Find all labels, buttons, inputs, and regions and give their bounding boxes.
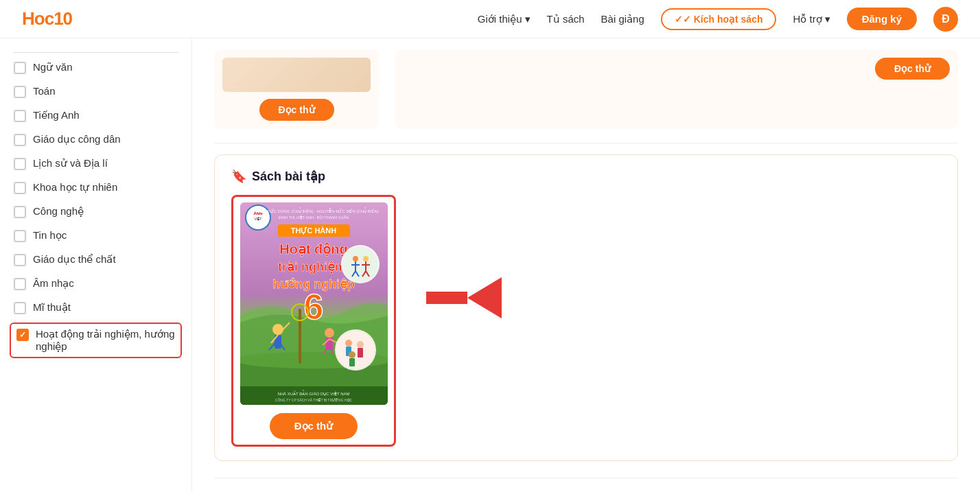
svg-text:ĐINH THỊ VIỆT ANH - BÙI THANH : ĐINH THỊ VIỆT ANH - BÙI THANH XUÂN [278,215,348,220]
checkbox-cong-nghe[interactable] [14,206,26,218]
checkbox-am-nhac[interactable] [14,278,26,290]
checkbox-giao-duc-the-chat[interactable] [14,254,26,266]
nav-gioi-thieu[interactable]: Giới thiệu ▾ [478,13,530,25]
section-title: 🔖 Sách bài tập [231,169,941,184]
logo-hoc: Hoc [22,8,54,29]
sidebar-item-tin-hoc[interactable]: Tin học [14,224,178,248]
bookmark-icon: 🔖 [231,169,246,184]
arrow-shaft [426,292,467,304]
section-divider [214,143,958,143]
book-cover-svg: ÁNH VIỆT NGUYỄN ĐỨC DŨNG (CHỦ BIÊN) - NG… [240,202,388,405]
svg-point-16 [353,256,358,261]
content-area: Đọc thử Đọc thử 🔖 Sách bài tập [192,38,980,492]
books-row: ÁNH VIỆT NGUYỄN ĐỨC DŨNG (CHỦ BIÊN) - NG… [231,195,941,447]
top-partial-card-right: Đọc thử [395,49,958,129]
chevron-down-icon: ▾ [525,13,530,25]
sidebar-item-toan[interactable]: Toán [14,80,178,104]
svg-text:VIỆT: VIỆT [254,217,261,221]
sidebar-item-am-nhac[interactable]: Âm nhạc [14,272,178,296]
logo-10: 10 [54,8,72,29]
sidebar: Ngữ văn Toán Tiếng Anh Giáo dục công dân… [0,38,192,492]
svg-text:trải nghiệm,: trải nghiệm, [278,260,349,274]
svg-point-28 [272,324,283,335]
svg-point-15 [342,246,378,282]
checkbox-lich-su-dia-li[interactable] [14,158,26,170]
dang-ky-button[interactable]: Đăng ký [847,8,917,30]
header: Hoc10 Giới thiệu ▾ Tủ sách Bài giảng ✓ ✓… [0,0,980,38]
sidebar-item-giao-duc-cong-dan[interactable]: Giáo dục công dân [14,128,178,152]
arrow-head [467,277,502,318]
sidebar-item-khoa-hoc-tu-nhien[interactable]: Khoa học tự nhiên [14,176,178,200]
sidebar-item-lich-su-dia-li[interactable]: Lịch sử và Địa lí [14,152,178,176]
svg-text:Hoạt động: Hoạt động [279,242,348,257]
nav-ho-tro[interactable]: Hỗ trợ ▾ [793,13,830,25]
sidebar-item-cong-nghe[interactable]: Công nghệ [14,200,178,224]
svg-rect-45 [358,348,363,358]
nav-bai-giang[interactable]: Bài giảng [601,13,644,25]
check-icon: ✓ [675,14,683,25]
doc-thu-button-main[interactable]: Đọc thử [270,413,358,439]
doc-thu-button-top-right[interactable]: Đọc thử [875,58,950,80]
checkbox-ngu-van[interactable] [14,62,26,74]
doc-thu-button-top-left[interactable]: Đọc thử [259,99,334,121]
logo[interactable]: Hoc10 [22,8,72,30]
bottom-section-divider [214,478,958,478]
checkbox-mi-thuat[interactable] [14,302,26,314]
partial-book-cover [222,58,371,92]
svg-point-21 [363,256,369,261]
checkbox-hoat-dong-trai-nghiem[interactable] [16,329,29,341]
svg-rect-26 [299,309,301,364]
svg-point-34 [325,328,334,338]
checkbox-tieng-anh[interactable] [14,110,26,122]
checkbox-khoa-hoc-tu-nhien[interactable] [14,182,26,194]
svg-point-42 [345,340,352,347]
checkbox-giao-duc-cong-dan[interactable] [14,134,26,146]
sach-bai-tap-section: 🔖 Sách bài tập [214,154,958,461]
chevron-down-icon-hotro: ▾ [825,13,830,25]
sidebar-item-hoat-dong-trai-nghiem[interactable]: Hoạt động trải nghiệm, hướng nghiệp [10,323,182,358]
book-card-hoat-dong: ÁNH VIỆT NGUYỄN ĐỨC DŨNG (CHỦ BIÊN) - NG… [231,195,396,447]
checkbox-tin-hoc[interactable] [14,230,26,242]
sidebar-item-tieng-anh[interactable]: Tiếng Anh [14,104,178,128]
svg-rect-47 [349,358,355,366]
checkbox-toan[interactable] [14,86,26,98]
main-nav: Giới thiệu ▾ Tủ sách Bài giảng ✓ ✓ Kích … [478,7,958,32]
svg-point-46 [349,351,355,358]
book-cover: ÁNH VIỆT NGUYỄN ĐỨC DŨNG (CHỦ BIÊN) - NG… [240,202,388,405]
arrow-indicator [426,277,502,318]
sidebar-item-ngu-van[interactable]: Ngữ văn [14,56,178,80]
user-avatar[interactable]: Đ [933,7,958,32]
sidebar-divider-top [14,52,178,53]
sidebar-item-giao-duc-the-chat[interactable]: Giáo dục thể chất [14,248,178,272]
main-layout: Ngữ văn Toán Tiếng Anh Giáo dục công dân… [0,38,980,492]
svg-text:CÔNG TY CP SÁCH VÀ THIẾT BỊ TR: CÔNG TY CP SÁCH VÀ THIẾT BỊ TRƯỜNG HỌC [275,398,352,402]
svg-point-41 [336,331,375,369]
top-partial-card-left: Đọc thử [214,49,379,129]
kich-hoat-sach-button[interactable]: ✓ ✓ Kích hoạt sách [661,8,777,30]
top-partial-cards: Đọc thử Đọc thử [214,49,958,129]
nav-tu-sach[interactable]: Tủ sách [547,13,585,25]
svg-point-44 [357,341,364,348]
svg-text:THỰC HÀNH: THỰC HÀNH [290,226,336,235]
sidebar-item-mi-thuat[interactable]: Mĩ thuật [14,296,178,320]
